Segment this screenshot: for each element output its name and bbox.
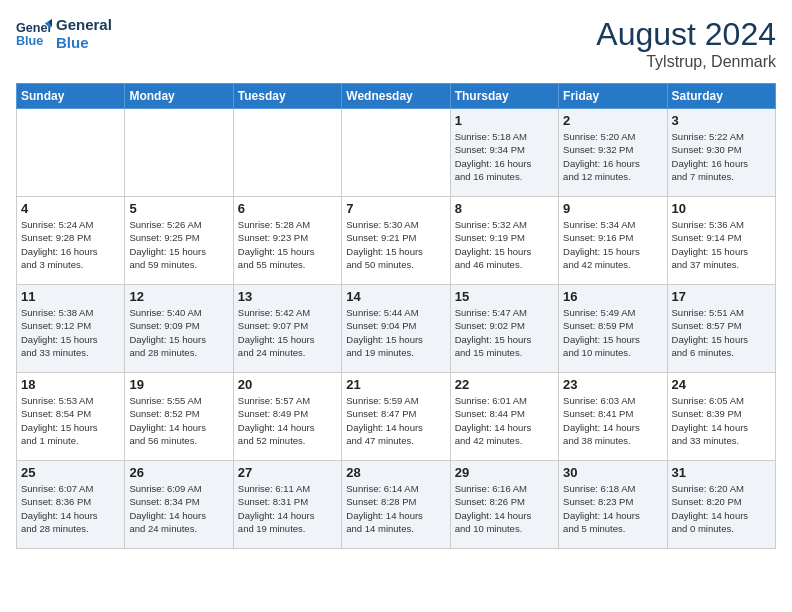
location-title: Tylstrup, Denmark: [596, 53, 776, 71]
day-info: Sunrise: 6:01 AM Sunset: 8:44 PM Dayligh…: [455, 394, 554, 447]
day-number: 25: [21, 465, 120, 480]
day-info: Sunrise: 6:14 AM Sunset: 8:28 PM Dayligh…: [346, 482, 445, 535]
calendar-week-row: 11Sunrise: 5:38 AM Sunset: 9:12 PM Dayli…: [17, 285, 776, 373]
day-info: Sunrise: 5:44 AM Sunset: 9:04 PM Dayligh…: [346, 306, 445, 359]
day-number: 26: [129, 465, 228, 480]
title-block: August 2024 Tylstrup, Denmark: [596, 16, 776, 71]
day-info: Sunrise: 5:34 AM Sunset: 9:16 PM Dayligh…: [563, 218, 662, 271]
day-number: 2: [563, 113, 662, 128]
day-info: Sunrise: 5:49 AM Sunset: 8:59 PM Dayligh…: [563, 306, 662, 359]
day-number: 27: [238, 465, 337, 480]
logo-icon: General Blue: [16, 16, 52, 52]
calendar-cell: [342, 109, 450, 197]
day-number: 31: [672, 465, 771, 480]
svg-text:Blue: Blue: [16, 34, 43, 48]
day-info: Sunrise: 6:05 AM Sunset: 8:39 PM Dayligh…: [672, 394, 771, 447]
calendar-cell: 18Sunrise: 5:53 AM Sunset: 8:54 PM Dayli…: [17, 373, 125, 461]
day-number: 23: [563, 377, 662, 392]
day-number: 18: [21, 377, 120, 392]
day-info: Sunrise: 6:07 AM Sunset: 8:36 PM Dayligh…: [21, 482, 120, 535]
day-number: 16: [563, 289, 662, 304]
day-number: 13: [238, 289, 337, 304]
day-info: Sunrise: 5:30 AM Sunset: 9:21 PM Dayligh…: [346, 218, 445, 271]
calendar-cell: 12Sunrise: 5:40 AM Sunset: 9:09 PM Dayli…: [125, 285, 233, 373]
logo-blue: Blue: [56, 34, 112, 52]
day-number: 6: [238, 201, 337, 216]
calendar-cell: 1Sunrise: 5:18 AM Sunset: 9:34 PM Daylig…: [450, 109, 558, 197]
day-info: Sunrise: 5:22 AM Sunset: 9:30 PM Dayligh…: [672, 130, 771, 183]
weekday-header: Thursday: [450, 84, 558, 109]
day-info: Sunrise: 5:28 AM Sunset: 9:23 PM Dayligh…: [238, 218, 337, 271]
calendar-cell: 22Sunrise: 6:01 AM Sunset: 8:44 PM Dayli…: [450, 373, 558, 461]
calendar-cell: 30Sunrise: 6:18 AM Sunset: 8:23 PM Dayli…: [559, 461, 667, 549]
calendar-cell: 4Sunrise: 5:24 AM Sunset: 9:28 PM Daylig…: [17, 197, 125, 285]
weekday-row: SundayMondayTuesdayWednesdayThursdayFrid…: [17, 84, 776, 109]
day-info: Sunrise: 5:32 AM Sunset: 9:19 PM Dayligh…: [455, 218, 554, 271]
day-number: 17: [672, 289, 771, 304]
day-number: 15: [455, 289, 554, 304]
page-header: General Blue General Blue August 2024 Ty…: [16, 16, 776, 71]
calendar-week-row: 4Sunrise: 5:24 AM Sunset: 9:28 PM Daylig…: [17, 197, 776, 285]
day-number: 1: [455, 113, 554, 128]
day-info: Sunrise: 5:40 AM Sunset: 9:09 PM Dayligh…: [129, 306, 228, 359]
weekday-header: Friday: [559, 84, 667, 109]
day-info: Sunrise: 6:11 AM Sunset: 8:31 PM Dayligh…: [238, 482, 337, 535]
weekday-header: Wednesday: [342, 84, 450, 109]
day-number: 24: [672, 377, 771, 392]
day-info: Sunrise: 6:16 AM Sunset: 8:26 PM Dayligh…: [455, 482, 554, 535]
calendar-header: SundayMondayTuesdayWednesdayThursdayFrid…: [17, 84, 776, 109]
day-number: 9: [563, 201, 662, 216]
calendar-cell: 14Sunrise: 5:44 AM Sunset: 9:04 PM Dayli…: [342, 285, 450, 373]
calendar-cell: 23Sunrise: 6:03 AM Sunset: 8:41 PM Dayli…: [559, 373, 667, 461]
day-info: Sunrise: 5:42 AM Sunset: 9:07 PM Dayligh…: [238, 306, 337, 359]
calendar-cell: 28Sunrise: 6:14 AM Sunset: 8:28 PM Dayli…: [342, 461, 450, 549]
day-info: Sunrise: 5:18 AM Sunset: 9:34 PM Dayligh…: [455, 130, 554, 183]
calendar-cell: 24Sunrise: 6:05 AM Sunset: 8:39 PM Dayli…: [667, 373, 775, 461]
weekday-header: Sunday: [17, 84, 125, 109]
calendar-cell: 6Sunrise: 5:28 AM Sunset: 9:23 PM Daylig…: [233, 197, 341, 285]
day-number: 4: [21, 201, 120, 216]
day-info: Sunrise: 5:53 AM Sunset: 8:54 PM Dayligh…: [21, 394, 120, 447]
day-info: Sunrise: 6:18 AM Sunset: 8:23 PM Dayligh…: [563, 482, 662, 535]
day-number: 7: [346, 201, 445, 216]
calendar-cell: 7Sunrise: 5:30 AM Sunset: 9:21 PM Daylig…: [342, 197, 450, 285]
day-info: Sunrise: 6:20 AM Sunset: 8:20 PM Dayligh…: [672, 482, 771, 535]
day-number: 3: [672, 113, 771, 128]
calendar-cell: 10Sunrise: 5:36 AM Sunset: 9:14 PM Dayli…: [667, 197, 775, 285]
calendar-cell: 21Sunrise: 5:59 AM Sunset: 8:47 PM Dayli…: [342, 373, 450, 461]
calendar-cell: [17, 109, 125, 197]
calendar-cell: [233, 109, 341, 197]
calendar-cell: 19Sunrise: 5:55 AM Sunset: 8:52 PM Dayli…: [125, 373, 233, 461]
calendar-cell: 5Sunrise: 5:26 AM Sunset: 9:25 PM Daylig…: [125, 197, 233, 285]
day-number: 8: [455, 201, 554, 216]
calendar-cell: 8Sunrise: 5:32 AM Sunset: 9:19 PM Daylig…: [450, 197, 558, 285]
day-info: Sunrise: 5:26 AM Sunset: 9:25 PM Dayligh…: [129, 218, 228, 271]
calendar-cell: 25Sunrise: 6:07 AM Sunset: 8:36 PM Dayli…: [17, 461, 125, 549]
calendar-week-row: 25Sunrise: 6:07 AM Sunset: 8:36 PM Dayli…: [17, 461, 776, 549]
day-info: Sunrise: 5:57 AM Sunset: 8:49 PM Dayligh…: [238, 394, 337, 447]
calendar-week-row: 1Sunrise: 5:18 AM Sunset: 9:34 PM Daylig…: [17, 109, 776, 197]
day-number: 12: [129, 289, 228, 304]
calendar-table: SundayMondayTuesdayWednesdayThursdayFrid…: [16, 83, 776, 549]
calendar-cell: 27Sunrise: 6:11 AM Sunset: 8:31 PM Dayli…: [233, 461, 341, 549]
calendar-cell: 26Sunrise: 6:09 AM Sunset: 8:34 PM Dayli…: [125, 461, 233, 549]
calendar-cell: 16Sunrise: 5:49 AM Sunset: 8:59 PM Dayli…: [559, 285, 667, 373]
day-info: Sunrise: 5:36 AM Sunset: 9:14 PM Dayligh…: [672, 218, 771, 271]
calendar-cell: 9Sunrise: 5:34 AM Sunset: 9:16 PM Daylig…: [559, 197, 667, 285]
logo-general: General: [56, 16, 112, 34]
day-number: 14: [346, 289, 445, 304]
day-info: Sunrise: 5:20 AM Sunset: 9:32 PM Dayligh…: [563, 130, 662, 183]
calendar-body: 1Sunrise: 5:18 AM Sunset: 9:34 PM Daylig…: [17, 109, 776, 549]
day-info: Sunrise: 5:59 AM Sunset: 8:47 PM Dayligh…: [346, 394, 445, 447]
calendar-cell: 15Sunrise: 5:47 AM Sunset: 9:02 PM Dayli…: [450, 285, 558, 373]
day-number: 29: [455, 465, 554, 480]
calendar-cell: [125, 109, 233, 197]
weekday-header: Monday: [125, 84, 233, 109]
day-info: Sunrise: 5:47 AM Sunset: 9:02 PM Dayligh…: [455, 306, 554, 359]
weekday-header: Saturday: [667, 84, 775, 109]
calendar-cell: 17Sunrise: 5:51 AM Sunset: 8:57 PM Dayli…: [667, 285, 775, 373]
day-info: Sunrise: 6:09 AM Sunset: 8:34 PM Dayligh…: [129, 482, 228, 535]
day-info: Sunrise: 5:38 AM Sunset: 9:12 PM Dayligh…: [21, 306, 120, 359]
day-number: 10: [672, 201, 771, 216]
day-number: 21: [346, 377, 445, 392]
